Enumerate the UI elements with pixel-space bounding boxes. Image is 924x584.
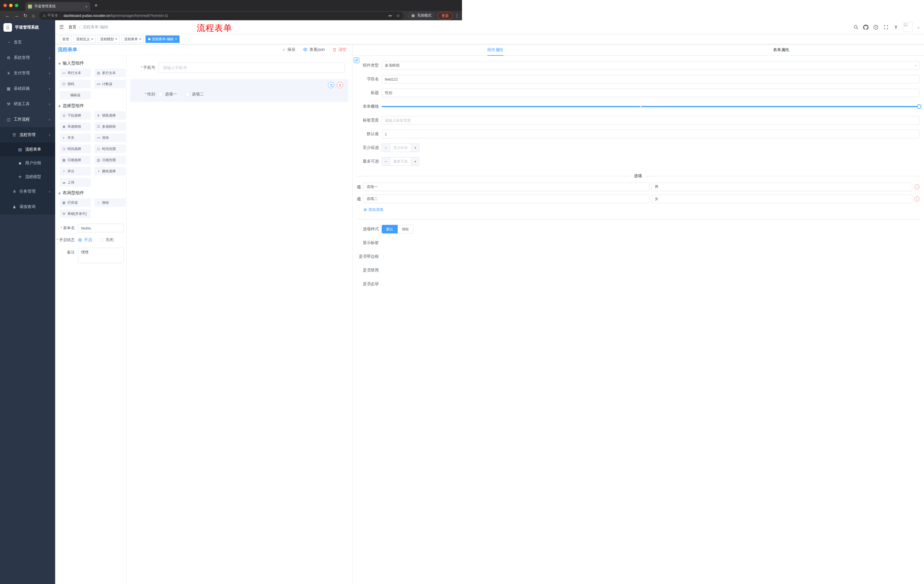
title-input[interactable] — [382, 89, 462, 97]
address-bar[interactable]: ⚠ 不安全 dashboard.yudao.iocoder.cn /bpm/ma… — [39, 12, 403, 20]
sidebar-item-workflow[interactable]: ◫ 工作流程 ∧ — [0, 112, 55, 127]
tab-close-icon[interactable]: × — [85, 4, 87, 9]
palette-item-time-picker[interactable]: ◷ 时间选择 — [60, 145, 91, 153]
min-select-placeholder[interactable]: 至少应选 — [390, 144, 411, 152]
copy-widget-button[interactable] — [328, 82, 334, 88]
window-minimize-button[interactable] — [9, 4, 13, 7]
tag-process-model[interactable]: 流程模型 × — [97, 35, 120, 43]
field-name-input[interactable] — [382, 75, 462, 84]
tag-process-form[interactable]: 流程表单 × — [122, 35, 144, 43]
breadcrumb-home[interactable]: 首页 — [68, 25, 76, 30]
sidebar-item-task-management[interactable]: ⋔ 任务管理 ∨ — [0, 184, 55, 199]
palette-item-multi-line-text[interactable]: ▤ 多行文本 — [94, 69, 125, 77]
sidebar-item-label: 流程表单 — [25, 147, 41, 152]
browser-update-button[interactable]: 更新 — [438, 12, 452, 20]
palette-item-rate[interactable]: ☆ 评分 — [60, 167, 91, 175]
form-canvas[interactable]: 手机号 性别 选项一 选项二 — [127, 55, 352, 292]
password-key-icon[interactable] — [388, 13, 393, 18]
tag-process-definition[interactable]: 流程定义 × — [73, 35, 96, 43]
stepper-decrease-button[interactable]: − — [382, 144, 390, 152]
window-zoom-button[interactable] — [15, 4, 18, 7]
palette-item-slider[interactable]: ⊶ 滑块 — [94, 133, 125, 142]
drag-handle-icon[interactable] — [356, 184, 361, 189]
palette-item-radio-group[interactable]: ◉ 单选框组 — [60, 122, 91, 131]
back-icon[interactable]: ← — [5, 13, 10, 18]
reload-icon[interactable]: ↻ — [23, 13, 27, 18]
checkbox-option-2[interactable]: 选项二 — [186, 92, 204, 97]
max-select-placeholder[interactable]: 最多可选 — [390, 158, 411, 165]
palette-item-date-picker[interactable]: ▦ 日期选择 — [60, 156, 91, 164]
new-tab-button[interactable]: + — [94, 3, 98, 8]
sidebar-item-system-management[interactable]: ⚙ 系统管理 ∨ — [0, 50, 55, 66]
checkbox-option-1[interactable]: 选项一 — [159, 92, 177, 97]
tag-close-icon[interactable]: × — [115, 37, 117, 41]
palette-item-cascader[interactable]: ⋔ 级联选择 — [94, 111, 125, 120]
tag-home[interactable]: 首页 — [60, 35, 72, 43]
palette-item-counter[interactable]: 123 计数器 — [94, 80, 125, 88]
clear-button[interactable]: 清空 — [332, 47, 346, 52]
browser-menu-icon[interactable]: ⋮ — [455, 13, 459, 18]
view-json-button[interactable]: 查看json — [303, 47, 325, 52]
phone-input[interactable] — [159, 63, 345, 73]
home-icon[interactable]: ⌂ — [32, 13, 35, 18]
palette-item-date-range[interactable]: ▥ 日期范围 — [94, 156, 125, 164]
sidebar-item-infrastructure[interactable]: ▦ 基础设施 ∨ — [0, 81, 55, 96]
sidebar-item-process-model[interactable]: ✈ 流程模型 — [0, 170, 55, 184]
palette-item-editor[interactable]: 编辑器 — [60, 91, 91, 99]
option-style-row: 选项样式 默认 按钮 — [356, 225, 462, 234]
option-style-default-button[interactable]: 默认 — [382, 225, 398, 234]
tab-component-props[interactable]: 组件属性 — [353, 44, 462, 56]
tag-close-icon[interactable]: × — [175, 37, 177, 41]
palette-item-password[interactable]: ⊡ 密码 — [60, 80, 91, 88]
option-style-button-button[interactable]: 按钮 — [398, 225, 413, 234]
stepper-increase-button[interactable]: + — [411, 144, 419, 152]
form-remark-textarea[interactable]: 嘿嘿 — [78, 248, 124, 263]
sidebar-toggle-icon[interactable]: ☰ — [59, 24, 64, 30]
component-type-select[interactable] — [382, 61, 462, 70]
palette-item-switch[interactable]: ◐ 开关 — [60, 133, 91, 142]
option-2-label-input[interactable] — [363, 194, 462, 203]
bookmark-star-icon[interactable]: ☆ — [396, 13, 400, 18]
sidebar-item-label: 流程管理 — [20, 132, 35, 137]
window-close-button[interactable] — [3, 4, 7, 7]
form-grid-slider[interactable] — [382, 102, 462, 111]
stepper-decrease-button[interactable]: − — [382, 158, 390, 165]
sidebar-item-process-management[interactable]: ☰ 流程管理 ∧ — [0, 127, 55, 143]
palette-item-table[interactable]: ⊞ 表格[开发中] — [60, 209, 91, 218]
add-option-button[interactable]: ⊕ 添加选项 — [363, 207, 462, 212]
delete-widget-button[interactable] — [337, 82, 343, 88]
palette-item-checkbox-group[interactable]: ☑ 多选框组 — [94, 122, 125, 131]
stepper-increase-button[interactable]: + — [411, 158, 419, 165]
canvas-field-phone[interactable]: 手机号 — [130, 63, 345, 73]
palette-item-dropdown-select[interactable]: ◎ 下拉选择 — [60, 111, 91, 120]
link-icon[interactable] — [354, 58, 360, 63]
browser-tab[interactable]: 芋道管理系统 × — [25, 2, 90, 11]
sidebar-item-payment-management[interactable]: ¥ 支付管理 ∨ — [0, 66, 55, 81]
slider-track[interactable] — [382, 106, 462, 107]
option-1-label-input[interactable] — [363, 183, 462, 191]
sidebar-item-user-group[interactable]: ☻ 用户分组 — [0, 156, 55, 170]
status-radio-on[interactable]: 开启 — [78, 237, 92, 243]
canvas-field-gender-selected[interactable]: 性别 选项一 选项二 — [130, 79, 348, 102]
drag-handle-icon[interactable] — [356, 197, 361, 201]
palette-item-upload[interactable]: ☁ 上传 — [60, 178, 91, 187]
form-name-input[interactable] — [78, 224, 124, 232]
forward-icon[interactable]: → — [14, 13, 19, 18]
palette-item-single-line-text[interactable]: ▭ 单行文本 — [60, 69, 91, 77]
sidebar-item-process-form[interactable]: ▤ 流程表单 — [0, 143, 55, 156]
default-value-input[interactable] — [382, 130, 462, 138]
palette-item-time-range[interactable]: ◴ 时间范围 — [94, 145, 125, 153]
sidebar-item-home[interactable]: ◔ 首页 — [0, 35, 55, 50]
status-radio-off[interactable]: 关闭 — [99, 237, 114, 243]
tag-close-icon[interactable]: × — [139, 37, 141, 41]
palette-item-row-container[interactable]: ▣ 行容器 — [60, 198, 91, 207]
sidebar-item-leave-query[interactable]: ♟ 请假查询 — [0, 199, 55, 215]
security-label[interactable]: 不安全 — [48, 13, 58, 18]
palette-item-color-picker[interactable]: ◑ 颜色选择 — [94, 167, 125, 175]
tag-close-icon[interactable]: × — [91, 37, 93, 41]
save-button[interactable]: ✓ 保存 — [282, 47, 295, 52]
palette-item-button[interactable]: ☝ 按钮 — [94, 198, 125, 207]
sidebar-item-dev-tools[interactable]: ⚒ 研发工具 ∨ — [0, 96, 55, 112]
label-width-input[interactable] — [382, 116, 462, 125]
tag-process-form-edit[interactable]: 流程表单-编辑 × — [145, 35, 180, 43]
